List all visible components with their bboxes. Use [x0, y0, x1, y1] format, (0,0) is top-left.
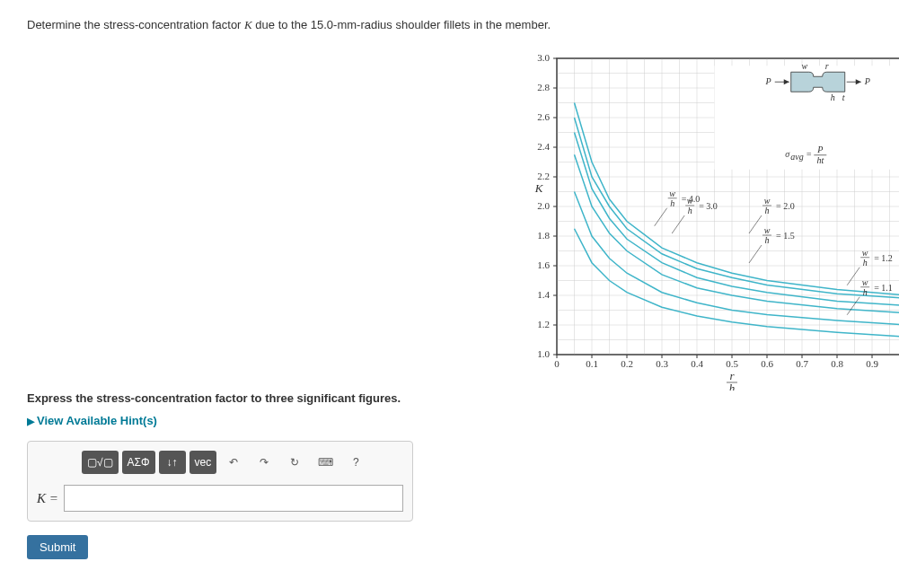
svg-text:h: h	[863, 287, 868, 297]
svg-text:1.6: 1.6	[537, 259, 550, 270]
svg-text:w: w	[764, 196, 771, 206]
redo-button[interactable]: ↷	[251, 451, 278, 474]
svg-text:h: h	[670, 198, 674, 208]
svg-text:2.2: 2.2	[537, 171, 550, 181]
stress-concentration-chart: 00.10.20.30.40.50.60.70.80.91.01.01.21.4…	[521, 49, 899, 391]
keyboard-button[interactable]: ⌨	[312, 451, 339, 474]
svg-text:0.3: 0.3	[656, 358, 668, 369]
answer-label: K =	[37, 491, 58, 506]
svg-text:0.2: 0.2	[621, 358, 633, 369]
prompt-before: Determine the stress-concentration facto…	[27, 18, 244, 31]
svg-text:P: P	[765, 76, 771, 86]
prompt-var: K	[244, 18, 252, 31]
instruction-text: Express the stress-concentration factor …	[27, 391, 899, 405]
answer-box: ▢√▢ ΑΣΦ ↓↑ vec ↶ ↷ ↻ ⌨ ? K =	[27, 441, 413, 522]
svg-text:h: h	[765, 206, 770, 215]
svg-text:0.7: 0.7	[796, 358, 808, 369]
chart-svg: 00.10.20.30.40.50.60.70.80.91.01.01.21.4…	[521, 49, 899, 391]
svg-text:3.0: 3.0	[537, 52, 550, 63]
template-button[interactable]: ▢√▢	[82, 451, 119, 474]
svg-text:1.4: 1.4	[537, 289, 550, 300]
svg-text:1.8: 1.8	[537, 230, 550, 241]
svg-text:= 1.5: = 1.5	[776, 231, 795, 241]
svg-text:ht: ht	[816, 155, 824, 165]
formula-toolbar: ▢√▢ ΑΣΦ ↓↑ vec ↶ ↷ ↻ ⌨ ?	[37, 451, 403, 474]
prompt-after: due to the 15.0-mm-radius shoulder fille…	[252, 18, 551, 31]
svg-text:w: w	[801, 61, 807, 71]
svg-text:2.6: 2.6	[537, 111, 550, 122]
help-button[interactable]: ?	[342, 451, 369, 474]
svg-text:2.8: 2.8	[537, 82, 550, 92]
svg-text:1.0: 1.0	[537, 348, 550, 359]
hints-toggle[interactable]: View Available Hint(s)	[27, 414, 899, 427]
submit-button[interactable]: Submit	[27, 535, 88, 559]
vec-button[interactable]: vec	[189, 451, 217, 474]
svg-text:0.1: 0.1	[586, 358, 598, 369]
answer-input[interactable]	[64, 485, 403, 512]
reset-button[interactable]: ↻	[281, 451, 308, 474]
greek-button[interactable]: ΑΣΦ	[122, 451, 155, 474]
answer-row: K =	[37, 485, 403, 512]
svg-text:h: h	[729, 382, 736, 391]
svg-text:avg: avg	[790, 152, 803, 162]
svg-text:= 1.1: = 1.1	[874, 283, 893, 293]
svg-text:= 2.0: = 2.0	[776, 201, 795, 211]
svg-text:h: h	[831, 92, 835, 102]
svg-text:0.9: 0.9	[866, 358, 878, 369]
svg-text:P: P	[816, 145, 823, 154]
svg-text:0.8: 0.8	[831, 358, 843, 369]
svg-text:K: K	[534, 181, 544, 195]
svg-text:w: w	[687, 196, 693, 206]
svg-text:= 1.2: = 1.2	[874, 253, 893, 263]
svg-text:1.2: 1.2	[537, 319, 550, 329]
svg-text:h: h	[688, 206, 692, 215]
svg-text:h: h	[863, 258, 868, 268]
svg-text:w: w	[862, 277, 868, 287]
svg-text:w: w	[764, 225, 771, 235]
svg-text:w: w	[669, 189, 675, 198]
svg-text:0.4: 0.4	[691, 358, 703, 369]
svg-text:= 3.0: = 3.0	[699, 201, 718, 211]
svg-text:r: r	[729, 369, 735, 382]
svg-text:=: =	[806, 149, 812, 159]
svg-text:0.6: 0.6	[761, 358, 773, 369]
svg-text:0.5: 0.5	[726, 358, 738, 369]
svg-text:h: h	[765, 235, 770, 245]
svg-text:0: 0	[554, 358, 560, 369]
svg-text:t: t	[842, 92, 845, 102]
undo-button[interactable]: ↶	[220, 451, 247, 474]
svg-text:w: w	[862, 248, 868, 258]
svg-text:2.0: 2.0	[537, 200, 550, 211]
svg-text:r: r	[825, 61, 829, 71]
question-prompt: Determine the stress-concentration facto…	[27, 18, 899, 32]
svg-text:P: P	[864, 76, 870, 86]
svg-text:2.4: 2.4	[537, 141, 550, 152]
subsup-button[interactable]: ↓↑	[159, 451, 186, 474]
